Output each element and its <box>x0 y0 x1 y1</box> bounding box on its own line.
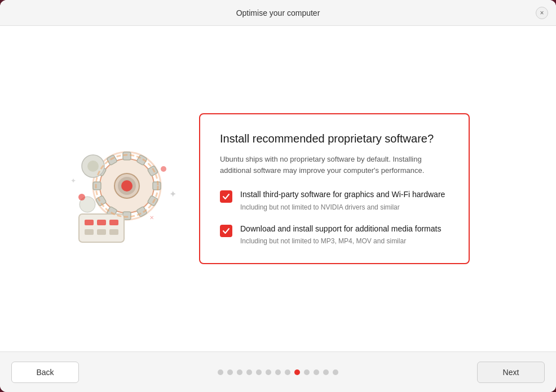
illustration: ✦ ✦ ✕ <box>34 110 192 268</box>
option-text-media-formats: Download and install support for additio… <box>240 224 449 246</box>
content-area: ✦ ✦ ✕ Install recommended proprietary so… <box>0 26 556 351</box>
svg-text:✦: ✦ <box>169 189 176 199</box>
checkbox-third-party[interactable] <box>220 190 232 203</box>
dot-7 <box>275 369 281 375</box>
option-text-third-party: Install third-party software for graphic… <box>240 189 449 212</box>
option-item-media-formats: Download and install support for additio… <box>220 224 449 246</box>
dot-10 <box>304 369 310 375</box>
svg-text:✕: ✕ <box>149 215 154 221</box>
footer: Back Next <box>0 351 556 392</box>
dot-9-active <box>294 369 300 375</box>
svg-rect-24 <box>85 229 94 235</box>
back-button[interactable]: Back <box>11 362 79 383</box>
svg-rect-23 <box>109 220 118 225</box>
window-title: Optimise your computer <box>236 8 320 17</box>
dot-12 <box>323 369 329 375</box>
svg-rect-25 <box>97 229 106 235</box>
close-button[interactable]: × <box>536 7 548 19</box>
dot-2 <box>227 369 233 375</box>
svg-point-28 <box>78 194 85 201</box>
dot-1 <box>218 369 223 375</box>
card-description: Ubuntu ships with no proprietary softwar… <box>220 154 449 176</box>
option-item-third-party: Install third-party software for graphic… <box>220 189 449 212</box>
svg-point-18 <box>87 161 99 172</box>
svg-rect-21 <box>85 220 94 225</box>
dot-13 <box>333 369 338 375</box>
card-title: Install recommended proprietary software… <box>220 131 449 146</box>
checkbox-icon-media-formats[interactable] <box>220 225 232 237</box>
svg-rect-3 <box>123 152 131 160</box>
option-label-media-formats: Download and install support for additio… <box>240 224 449 235</box>
svg-point-16 <box>121 180 133 191</box>
checkbox-icon-third-party[interactable] <box>220 190 232 203</box>
dot-8 <box>285 369 290 375</box>
dot-3 <box>237 369 242 375</box>
option-label-third-party: Install third-party software for graphic… <box>240 189 449 201</box>
options-card: Install recommended proprietary software… <box>199 113 470 264</box>
svg-rect-6 <box>153 182 161 190</box>
option-sublabel-third-party: Including but not limited to NVIDIA driv… <box>240 203 449 212</box>
svg-rect-20 <box>79 214 124 242</box>
dot-6 <box>266 369 271 375</box>
window: Optimise your computer × <box>0 0 556 392</box>
dot-11 <box>314 369 319 375</box>
svg-rect-22 <box>97 220 106 225</box>
svg-point-27 <box>161 166 166 172</box>
svg-text:✦: ✦ <box>70 177 76 185</box>
option-sublabel-media-formats: Including but not limited to MP3, MP4, M… <box>240 237 449 246</box>
svg-rect-26 <box>109 229 118 235</box>
dot-5 <box>256 369 262 375</box>
dot-4 <box>246 369 252 375</box>
svg-rect-12 <box>93 182 101 190</box>
titlebar: Optimise your computer × <box>0 0 556 26</box>
next-button[interactable]: Next <box>477 362 545 383</box>
checkbox-media-formats[interactable] <box>220 225 232 237</box>
pagination-dots <box>218 369 338 375</box>
